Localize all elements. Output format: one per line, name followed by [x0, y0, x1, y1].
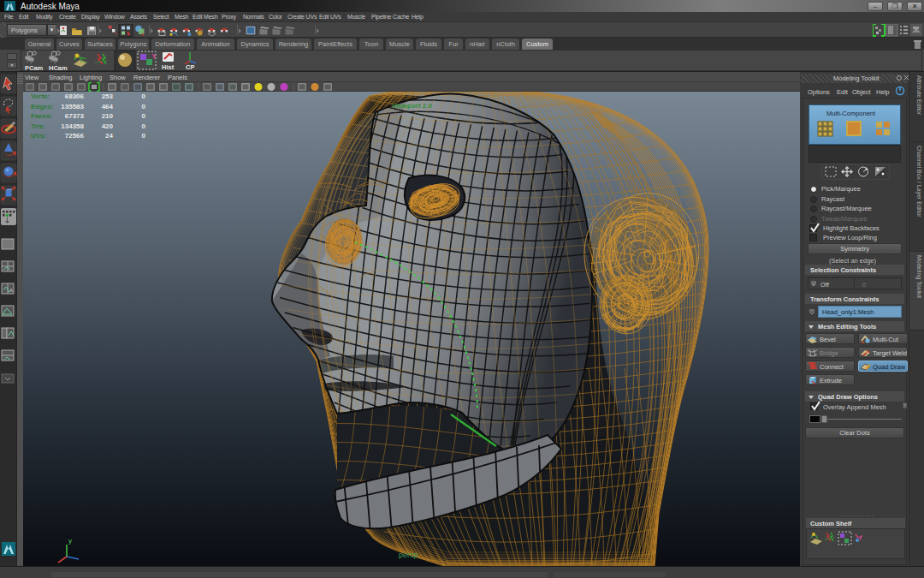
- svg-text:Viewport 2.0: Viewport 2.0: [392, 102, 433, 110]
- svg-text:persp: persp: [399, 551, 418, 559]
- svg-text:y: y: [68, 537, 72, 545]
- svg-text:A: A: [9, 288, 13, 293]
